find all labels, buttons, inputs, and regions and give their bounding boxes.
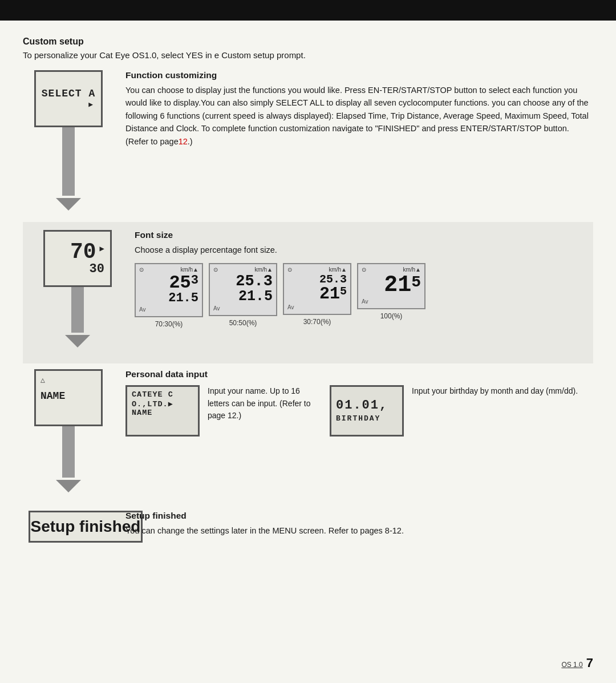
font-sample-av-7030: Av [139,306,146,313]
font-sample-top-3070: ⊙ km/h▲ [287,266,347,273]
function-customizing-right: Function customizing You can choose to d… [114,70,593,222]
font-sample-sup-100: 5 [411,274,421,292]
font-sample-kmh-5050: km/h▲ [254,266,273,273]
function-refer-text: (Refer to page12.) [125,137,193,146]
font-size-body: Choose a display percentage font size. [135,244,584,256]
font-size-title: Font size [135,230,584,240]
font-sample-100: ⊙ km/h▲ 21 5 Av 100(%) [357,263,425,328]
font-sample-7030: ⊙ km/h▲ 25 3 21.5 Av 70:30(%) [135,263,203,328]
function-customizing-body: You can choose to display just the funct… [125,84,593,148]
font-size-device-left: 70 ▶ 30 [32,230,123,355]
font-screen-bottom: 30 [51,263,104,276]
name-screen-line2: O.,LTD.▶ [132,399,193,409]
name-input-text: Input your name. Up to 16 letters can be… [208,385,322,422]
arrow-down-1 [56,198,81,211]
font-sample-box-3070: ⊙ km/h▲ 25.3 21 5 Av [283,263,351,315]
font-sample-label-3070: 30:70(%) [283,318,351,326]
font-samples-row: ⊙ km/h▲ 25 3 21.5 Av 70:30(%) [135,263,584,328]
top-bar [0,0,616,21]
font-sample-box-5050: ⊙ km/h▲ 25.3 21.5 Av [209,263,277,316]
font-size-right: Font size Choose a display percentage fo… [123,230,584,355]
font-sample-icon-3070: ⊙ [287,266,292,273]
birthday-screen-label: BIRTHDAY [336,414,398,423]
personal-data-section: △ NAME Personal data input CATEYE C O.,L… [23,369,593,500]
personal-data-right: Personal data input CATEYE C O.,LTD.▶ NA… [114,369,593,500]
font-sample-av-100: Av [362,298,368,305]
footer-label: OS 1.0 [561,661,582,669]
name-screen-line1: CATEYE C [132,390,193,399]
arrow-down-2 [65,335,90,347]
font-sample-box-100: ⊙ km/h▲ 21 5 Av [357,263,425,309]
font-sample-small-7030: 3 [191,274,198,288]
font-sample-speed-3070: 21 5 [287,285,347,302]
font-sample-av-3070: Av [287,304,294,310]
font-size-device-screen: 70 ▶ 30 [43,230,112,287]
font-sample-av-5050: Av [213,305,220,312]
birthday-device-screen: 01.01, BIRTHDAY [330,385,404,437]
font-sample-label-100: 100(%) [357,312,425,320]
font-sample-box-7030: ⊙ km/h▲ 25 3 21.5 Av [135,263,203,317]
name-screen-line3: NAME [132,409,193,417]
personal-data-title: Personal data input [125,369,593,379]
personal-screen-name: NAME [40,390,65,402]
font-sample-label-7030: 70:30(%) [135,320,203,328]
personal-data-left: △ NAME [23,369,114,500]
font-screen-top: 70 [70,241,96,263]
personal-screen-icon: △ [40,375,45,385]
font-sample-sub-7030: 21.5 [139,292,198,305]
custom-setup-title: Custom setup [23,37,593,47]
select-device-left: SELECT A ▶ [23,70,114,222]
birthday-input-text: Input your birthday by month and day (mm… [412,385,578,398]
font-sample-big-5050: 25.3 [213,274,273,289]
font-sample-big-7030: 25 [169,274,191,292]
font-sample-sup-3070: 5 [340,285,347,298]
font-sample-3070: ⊙ km/h▲ 25.3 21 5 Av 30:70(%) [283,263,351,328]
function-ref-link[interactable]: 12 [179,137,188,146]
font-sample-icon-7030: ⊙ [139,266,144,273]
footer-page-number: 7 [586,656,593,670]
setup-finished-title: Setup finished [125,511,593,521]
name-device-screen: CATEYE C O.,LTD.▶ NAME [125,385,200,437]
personal-data-inputs-row: CATEYE C O.,LTD.▶ NAME Input your name. … [125,385,593,437]
select-screen-line1: SELECT A [42,87,95,100]
personal-data-device-screen: △ NAME [34,369,103,426]
font-sample-main-100: 21 [384,274,411,297]
font-bar-bottom [71,287,84,333]
font-sample-kmh-3070: km/h▲ [329,266,347,273]
bar-bottom-1 [62,127,75,196]
font-sample-big-3070: 25.3 [287,274,347,285]
setup-finished-body: You can change the settings later in the… [125,524,593,537]
birthday-screen-date: 01.01, [336,399,398,412]
font-size-section: 70 ▶ 30 Font size Choose a display perce… [23,222,593,363]
select-device-screen: SELECT A ▶ [34,70,103,127]
setup-finished-left: Setup finished [23,511,114,543]
select-screen-cursor: ▶ [88,100,94,110]
font-sample-top-5050: ⊙ km/h▲ [213,266,273,273]
arrow-down-3 [56,480,81,492]
font-sample-icon-100: ⊙ [362,266,366,273]
setup-finished-section: Setup finished Setup finished You can ch… [23,511,593,543]
font-sample-5050: ⊙ km/h▲ 25.3 21.5 Av 50:50(%) [209,263,277,328]
setup-finished-right: Setup finished You can change the settin… [114,511,593,543]
font-sample-speed-100: 21 5 [362,274,421,297]
font-sample-icon-5050: ⊙ [213,266,218,273]
font-sample-label-5050: 50:50(%) [209,319,277,327]
function-customizing-title: Function customizing [125,70,593,80]
function-customizing-section: SELECT A ▶ Function customizing You can … [23,70,593,222]
page-footer: OS 1.0 7 [561,656,593,670]
font-screen-cursor: ▶ [100,244,104,253]
font-sample-main-3070: 21 [319,285,340,302]
font-sample-speed-7030: 25 3 [139,274,198,292]
font-sample-sub-5050: 21.5 [213,289,273,304]
custom-setup-intro: To personalize your Cat Eye OS1.0, selec… [23,50,593,60]
personal-bar-bottom [62,426,75,478]
